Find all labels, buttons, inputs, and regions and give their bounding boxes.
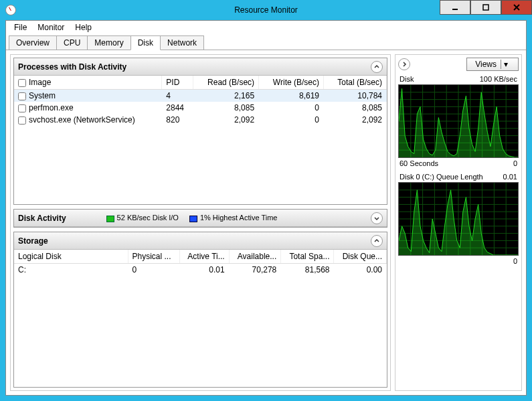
col-read[interactable]: Read (B/sec) bbox=[193, 76, 259, 90]
col-write[interactable]: Write (B/sec) bbox=[259, 76, 324, 90]
window-title: Resource Monitor bbox=[234, 5, 298, 15]
expand-icon[interactable] bbox=[371, 212, 383, 224]
chart2-scale: 0.01 bbox=[503, 173, 517, 181]
row-checkbox[interactable] bbox=[18, 116, 26, 125]
table-row[interactable]: perfmon.exe28448,08508,085 bbox=[14, 102, 387, 114]
panel-storage-header[interactable]: Storage bbox=[14, 232, 387, 250]
charts-column: Views ▾ Disk 100 KB/sec 60 Seconds 0 Dis… bbox=[395, 54, 522, 391]
row-checkbox[interactable] bbox=[18, 104, 26, 112]
col-physical[interactable]: Physical ... bbox=[128, 250, 179, 264]
storage-table: Logical Disk Physical ... Active Ti... A… bbox=[14, 250, 387, 276]
col-logical[interactable]: Logical Disk bbox=[14, 250, 128, 264]
tab-cpu[interactable]: CPU bbox=[56, 35, 88, 50]
tab-network[interactable]: Network bbox=[160, 35, 204, 50]
io-swatch-icon bbox=[106, 216, 114, 222]
chart-disk: Disk 100 KB/sec 60 Seconds 0 bbox=[398, 75, 519, 167]
chart-queue: Disk 0 (C:) Queue Length 0.01 0 bbox=[398, 173, 519, 265]
chart1-scale: 100 KB/sec bbox=[480, 75, 517, 83]
charts-collapse-icon[interactable] bbox=[398, 58, 410, 70]
table-row[interactable]: System42,1658,61910,784 bbox=[14, 90, 387, 102]
tab-disk[interactable]: Disk bbox=[130, 35, 161, 50]
maximize-button[interactable] bbox=[470, 0, 501, 15]
table-row[interactable]: C:00.0170,27881,5680.00 bbox=[14, 264, 387, 276]
app-frame: File Monitor Help Overview CPU Memory Di… bbox=[5, 20, 527, 396]
col-pid[interactable]: PID bbox=[162, 76, 193, 90]
processes-table: Image PID Read (B/sec) Write (B/sec) Tot… bbox=[14, 76, 387, 126]
chart1-title: Disk bbox=[400, 75, 414, 83]
views-button[interactable]: Views ▾ bbox=[466, 58, 519, 71]
app-icon bbox=[5, 5, 16, 15]
menu-monitor[interactable]: Monitor bbox=[32, 21, 70, 33]
main-column: Processes with Disk Activity Image PID R… bbox=[10, 54, 391, 391]
disk-activity-stats: 52 KB/sec Disk I/O 1% Highest Active Tim… bbox=[106, 214, 278, 222]
chart2-title: Disk 0 (C:) Queue Length bbox=[400, 173, 483, 181]
chart1-xlabel: 60 Seconds bbox=[400, 159, 438, 167]
collapse-icon[interactable] bbox=[371, 61, 383, 73]
col-available[interactable]: Available... bbox=[229, 250, 281, 264]
panel-processes-header[interactable]: Processes with Disk Activity bbox=[14, 58, 387, 76]
menu-file[interactable]: File bbox=[9, 21, 32, 33]
titlebar: Resource Monitor bbox=[0, 0, 532, 20]
panel-storage: Storage Logical Disk Physical ... Active… bbox=[13, 232, 387, 388]
col-image[interactable]: Image bbox=[14, 76, 162, 90]
menu-help[interactable]: Help bbox=[70, 21, 97, 33]
panel-disk-activity: Disk Activity 52 KB/sec Disk I/O 1% High… bbox=[13, 209, 387, 228]
chart1-xright: 0 bbox=[513, 159, 517, 167]
col-total[interactable]: Total (B/sec) bbox=[323, 76, 386, 90]
svg-rect-1 bbox=[483, 5, 489, 10]
panel-disk-activity-header[interactable]: Disk Activity 52 KB/sec Disk I/O 1% High… bbox=[14, 210, 387, 227]
table-row[interactable]: svchost.exe (NetworkService)8202,09202,0… bbox=[14, 114, 387, 126]
views-label: Views bbox=[475, 60, 497, 69]
collapse-icon[interactable] bbox=[371, 235, 383, 247]
close-button[interactable] bbox=[501, 0, 532, 15]
chart1-canvas bbox=[398, 84, 519, 158]
select-all-checkbox[interactable] bbox=[18, 79, 26, 87]
chart2-xright: 0 bbox=[513, 257, 517, 265]
col-active[interactable]: Active Ti... bbox=[179, 250, 229, 264]
col-totalspace[interactable]: Total Spa... bbox=[281, 250, 334, 264]
row-checkbox[interactable] bbox=[18, 92, 26, 100]
tab-memory[interactable]: Memory bbox=[87, 35, 130, 50]
panel-storage-title: Storage bbox=[18, 236, 48, 246]
dropdown-icon: ▾ bbox=[501, 60, 510, 69]
panel-disk-activity-title: Disk Activity bbox=[18, 214, 66, 223]
tabstrip: Overview CPU Memory Disk Network bbox=[6, 34, 526, 50]
panel-processes-title: Processes with Disk Activity bbox=[18, 62, 126, 72]
panel-processes: Processes with Disk Activity Image PID R… bbox=[13, 58, 387, 205]
minimize-button[interactable] bbox=[440, 0, 470, 15]
menubar: File Monitor Help bbox=[6, 21, 526, 34]
chart2-canvas bbox=[398, 182, 519, 256]
tab-overview[interactable]: Overview bbox=[9, 35, 57, 50]
active-swatch-icon bbox=[189, 216, 197, 222]
col-queue[interactable]: Disk Que... bbox=[334, 250, 387, 264]
